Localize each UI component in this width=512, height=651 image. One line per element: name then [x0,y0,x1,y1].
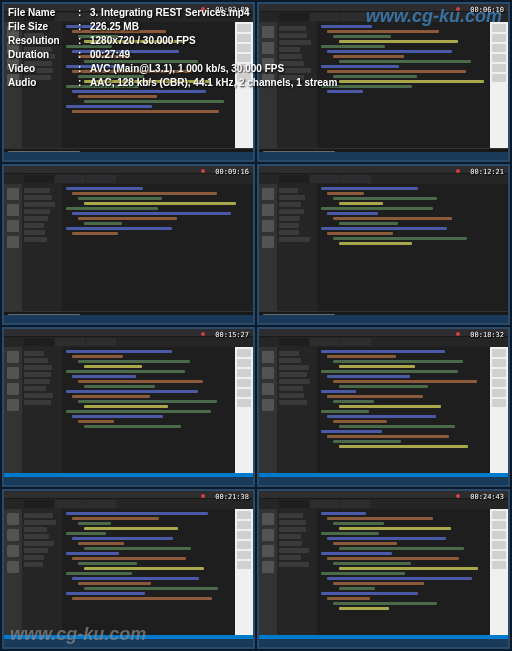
editor-tab [24,500,54,508]
activity-bar [4,509,22,635]
terminal-line [8,160,102,162]
file-item [24,195,52,200]
tool-item [492,389,506,397]
code-line [333,360,463,363]
record-icon [456,494,460,498]
file-item [279,555,301,560]
video-thumbnail[interactable]: 00:24:43 [257,489,510,649]
code-line [339,365,415,368]
taskbar [259,477,508,485]
code-line [72,192,217,195]
terminal-line [263,160,357,162]
editor-tab [55,338,85,346]
code-line [339,242,412,245]
file-item [24,541,54,546]
code-editor [317,184,508,310]
code-line [84,587,218,590]
code-line [327,232,393,235]
activity-bar [4,347,22,473]
activity-icon [7,399,19,411]
video-thumbnail[interactable]: 00:12:21 [257,164,510,324]
tool-item [492,369,506,377]
activity-icon [262,351,274,363]
video-thumbnail[interactable]: 00:15:27 [2,327,255,487]
code-line [78,420,114,423]
video-thumbnail[interactable]: 00:09:16 [2,164,255,324]
filename-value: 3. Integrating REST Services.mp4 [90,6,250,20]
file-item [24,188,50,193]
file-item [24,202,55,207]
code-line [333,400,374,403]
watermark-bottom: www.cg-ku.com [10,624,146,645]
file-item [24,365,52,370]
code-line [333,197,437,200]
code-line [78,197,162,200]
thumbnail-timestamp: 00:12:21 [470,168,504,176]
code-line [78,562,137,565]
code-line [321,207,433,210]
code-line [66,552,119,555]
right-tool-panel [235,347,253,473]
video-label: Video [8,62,78,76]
activity-bar [259,347,277,473]
activity-icon [262,529,274,541]
editor-tab [86,175,116,183]
editor-tab [24,338,54,346]
file-item [24,534,49,539]
code-line [66,187,143,190]
activity-icon [7,561,19,573]
right-tool-panel [490,509,508,635]
code-line [333,582,424,585]
code-line [339,587,375,590]
editor-tab [310,338,340,346]
resolution-value: 1280x720 / 30.000 FPS [90,34,196,48]
code-line [327,415,436,418]
duration-label: Duration [8,48,78,62]
file-item [24,520,56,525]
thumbnail-timestamp: 00:24:43 [470,493,504,501]
code-line [339,547,464,550]
file-explorer [22,347,62,473]
editor-tab [55,500,85,508]
activity-icon [262,236,274,248]
editor-tab [24,175,54,183]
code-line [321,552,392,555]
file-explorer [277,347,317,473]
file-item [279,393,304,398]
tool-item [492,379,506,387]
tool-item [237,521,251,529]
code-line [72,232,118,235]
video-thumbnail[interactable]: 00:18:32 [257,327,510,487]
tool-item [237,541,251,549]
code-line [72,557,186,560]
code-line [327,537,446,540]
code-line [78,217,177,220]
file-item [24,527,47,532]
code-line [84,567,204,570]
duration-value: 00:27:49 [90,48,130,62]
code-line [84,202,236,205]
file-item [24,237,47,242]
code-line [84,365,142,368]
code-editor [62,347,235,473]
terminal-line [263,323,357,325]
file-item [279,230,299,235]
file-item [279,534,301,539]
code-line [84,385,155,388]
tool-item [492,349,506,357]
editor-tab [86,338,116,346]
code-line [327,212,378,215]
tool-item [492,561,506,569]
editor-tab [341,338,371,346]
file-item [24,209,50,214]
video-value: AVC (Main@L3.1), 1 000 kb/s, 30.000 FPS [90,62,284,76]
tool-item [492,541,506,549]
code-line [321,390,356,393]
code-line [78,380,203,383]
code-line [327,375,410,378]
terminal-line [8,323,102,325]
audio-label: Audio [8,76,78,90]
code-line [78,522,111,525]
activity-icon [262,188,274,200]
activity-bar [4,184,22,310]
